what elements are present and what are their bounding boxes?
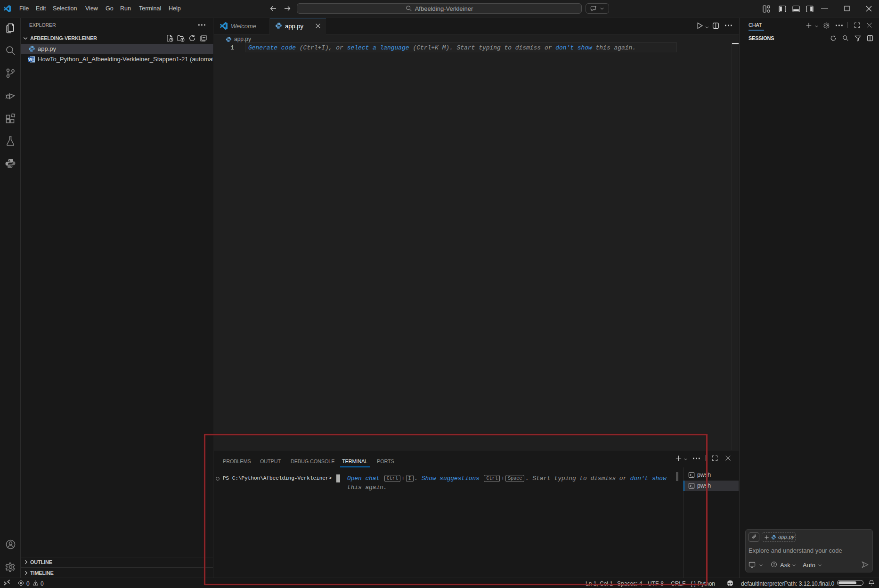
svg-text:W: W	[28, 57, 33, 62]
